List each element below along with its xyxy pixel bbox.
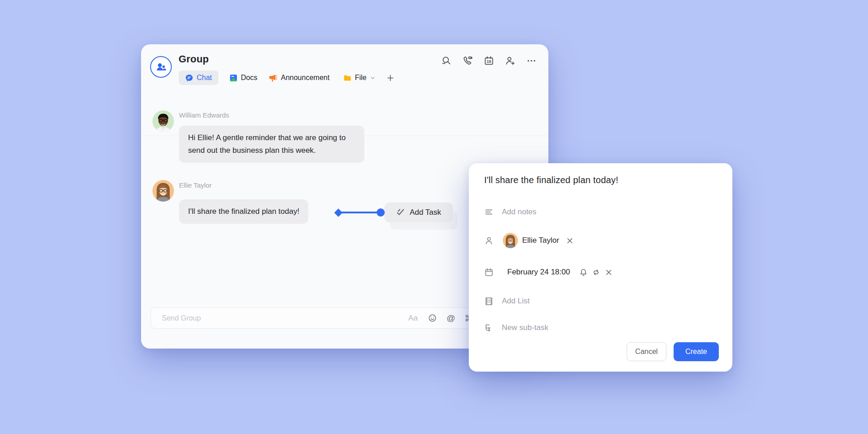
- list-icon: [484, 297, 494, 306]
- tab-chat[interactable]: Chat: [179, 71, 218, 85]
- reminder-bell-icon[interactable]: [579, 268, 588, 277]
- assignee-name: Ellie Taylor: [522, 236, 559, 245]
- assignee-avatar: [503, 233, 518, 248]
- message-author: Ellie Taylor: [179, 181, 212, 189]
- folder-icon: [343, 74, 352, 82]
- avatar-ellie-illustration: [152, 180, 174, 202]
- task-connector-diamond: [334, 208, 342, 217]
- docs-icon: [229, 74, 238, 82]
- tab-bar: Chat Docs A: [179, 71, 394, 85]
- avatar-william-illustration: [152, 110, 174, 132]
- avatar-ellie-illustration: [503, 233, 518, 248]
- notes-placeholder: Add notes: [502, 208, 537, 217]
- tab-announcement-label: Announcement: [281, 74, 330, 82]
- composer-toolbar: Aa @: [408, 308, 474, 328]
- subtask-icon: [484, 323, 494, 333]
- add-list-label: Add List: [502, 297, 529, 306]
- video-call-icon[interactable]: [462, 56, 473, 66]
- tab-announcement[interactable]: Announcement: [268, 73, 330, 83]
- emoji-icon[interactable]: [428, 313, 437, 323]
- task-title[interactable]: I'll share the finalized plan today!: [484, 175, 618, 185]
- chevron-down-icon: [370, 75, 376, 81]
- task-connector-dot: [377, 208, 385, 217]
- repeat-icon[interactable]: [592, 268, 600, 277]
- chat-bubble-icon: [185, 74, 193, 82]
- task-due-date-row: February 24 18:00: [484, 264, 719, 280]
- create-button[interactable]: Create: [674, 342, 719, 361]
- create-task-popup: I'll share the finalized plan today! Add…: [469, 163, 732, 372]
- tab-file[interactable]: File: [343, 74, 376, 82]
- more-icon[interactable]: [526, 56, 537, 66]
- remove-assignee-icon[interactable]: [566, 236, 574, 245]
- desktop-background: { "colors": { "bg": "#b6c5f7", "accent":…: [0, 0, 868, 434]
- new-subtask-label: New sub-task: [502, 323, 548, 332]
- megaphone-icon: [268, 73, 278, 83]
- add-member-icon[interactable]: [505, 56, 515, 66]
- popup-footer: Cancel Create: [484, 342, 719, 361]
- cancel-button[interactable]: Cancel: [627, 342, 666, 361]
- tab-chat-label: Chat: [197, 74, 212, 82]
- calendar-outline-icon: [484, 268, 494, 277]
- message-author: William Edwards: [179, 111, 229, 119]
- message-bubble[interactable]: I'll share the finalized plan today!: [179, 199, 308, 224]
- text-format-icon[interactable]: Aa: [408, 314, 418, 323]
- add-task-button[interactable]: Add Task: [384, 203, 453, 222]
- add-task-label: Add Task: [410, 208, 441, 217]
- page-title: Group: [179, 53, 209, 65]
- calendar-icon[interactable]: 15: [484, 56, 494, 66]
- group-avatar[interactable]: [150, 56, 172, 78]
- remove-due-date-icon[interactable]: [604, 268, 613, 277]
- tab-docs-label: Docs: [241, 74, 257, 82]
- message-input[interactable]: [151, 308, 415, 328]
- task-connector-line: [338, 212, 381, 213]
- add-tab-button[interactable]: [387, 74, 394, 82]
- mention-icon[interactable]: @: [447, 313, 455, 323]
- plus-icon: [387, 74, 394, 82]
- due-date-value[interactable]: February 24 18:00: [507, 268, 570, 277]
- group-people-icon: [155, 61, 167, 73]
- task-notes-row[interactable]: Add notes: [484, 204, 719, 220]
- task-subtask-row[interactable]: New sub-task: [484, 320, 719, 336]
- tab-file-label: File: [355, 74, 367, 82]
- avatar-william-edwards: [152, 110, 174, 132]
- task-assignee-row: Ellie Taylor: [484, 232, 719, 249]
- task-check-icon: [396, 208, 405, 217]
- notes-icon: [484, 208, 494, 217]
- avatar-ellie-taylor: [152, 180, 174, 202]
- person-icon: [484, 236, 494, 245]
- message-bubble[interactable]: Hi Ellie! A gentle reminder that we are …: [179, 126, 364, 163]
- calendar-day-label: 15: [487, 59, 491, 64]
- search-icon[interactable]: [441, 56, 452, 66]
- tab-docs[interactable]: Docs: [229, 74, 257, 82]
- task-add-list-row[interactable]: Add List: [484, 293, 719, 309]
- header-actions: 15: [441, 56, 537, 66]
